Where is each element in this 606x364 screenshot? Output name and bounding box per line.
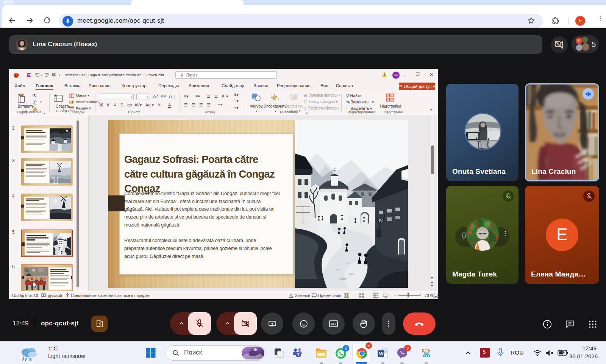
svg-text:T: T — [297, 353, 300, 357]
svg-text:❄: ❄ — [28, 357, 32, 362]
svg-text:CC: CC — [331, 322, 336, 326]
svg-text:W: W — [379, 351, 384, 356]
